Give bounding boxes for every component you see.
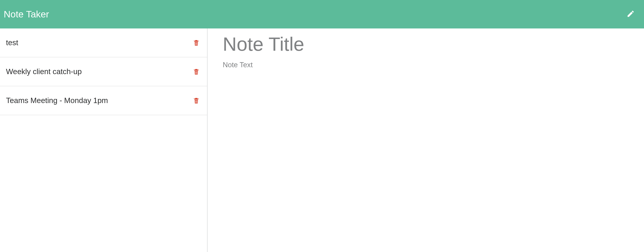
trash-icon[interactable] — [192, 68, 200, 75]
app-title: Note Taker — [4, 9, 49, 20]
note-item-title: Teams Meeting - Monday 1pm — [6, 96, 108, 105]
note-item-title: test — [6, 38, 18, 47]
note-title-input[interactable] — [223, 32, 629, 56]
note-list-item[interactable]: test — [0, 28, 207, 57]
note-text-input[interactable] — [223, 61, 629, 222]
app-header: Note Taker — [0, 0, 644, 28]
note-list-item[interactable]: Teams Meeting - Monday 1pm — [0, 86, 207, 115]
trash-icon[interactable] — [192, 39, 200, 47]
app-content: test Weekly client catch-up Teams Meetin… — [0, 28, 644, 252]
note-item-title: Weekly client catch-up — [6, 67, 82, 76]
note-editor — [208, 28, 644, 252]
notes-sidebar: test Weekly client catch-up Teams Meetin… — [0, 28, 208, 252]
pencil-icon[interactable] — [626, 10, 640, 19]
note-list-item[interactable]: Weekly client catch-up — [0, 57, 207, 86]
trash-icon[interactable] — [192, 97, 200, 104]
